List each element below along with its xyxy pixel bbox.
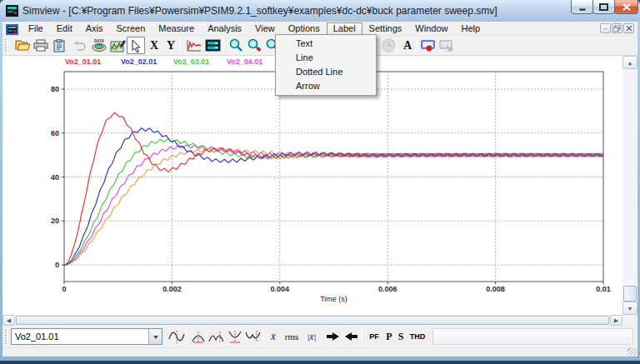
abs-mean-button[interactable]: |x̄| bbox=[302, 328, 321, 345]
app-icon bbox=[6, 5, 18, 17]
series-curve-vo2_05.01[interactable] bbox=[64, 148, 603, 265]
x-axis-tick-label: 0 bbox=[62, 285, 66, 293]
horizontal-scrollbar[interactable]: ◀ ▶ bbox=[2, 315, 622, 326]
resize-grip[interactable] bbox=[628, 348, 637, 356]
menu-item-window[interactable]: Window bbox=[408, 22, 454, 35]
vertical-scroll-thumb[interactable] bbox=[623, 286, 637, 302]
x-axis-tick-label: 0.01 bbox=[596, 285, 611, 293]
select-cursor-icon[interactable] bbox=[127, 37, 145, 54]
menu-item-help[interactable]: Help bbox=[454, 22, 487, 35]
y-axis-tick-label: 40 bbox=[51, 173, 59, 182]
waveform-view-icon[interactable] bbox=[184, 37, 202, 54]
y-axis-button[interactable]: Y bbox=[162, 37, 179, 54]
scrollbar-corner bbox=[622, 315, 638, 326]
scroll-right-icon[interactable]: ▶ bbox=[610, 315, 622, 326]
x-axis-title: Time (s) bbox=[320, 295, 348, 303]
toolbar-separator bbox=[180, 38, 181, 52]
series-curve-vo2_03.01[interactable] bbox=[64, 139, 603, 265]
toolbar-separator bbox=[262, 330, 263, 344]
scroll-up-icon[interactable]: ▲ bbox=[622, 56, 638, 69]
next-min-icon[interactable] bbox=[244, 328, 262, 345]
menu-option-line[interactable]: Line bbox=[276, 51, 376, 65]
menu-item-label[interactable]: Label bbox=[327, 22, 362, 35]
menu-option-arrow[interactable]: Arrow bbox=[276, 79, 376, 93]
horizontal-scroll-thumb[interactable] bbox=[16, 316, 609, 325]
series-curve-vo2_01.01[interactable] bbox=[64, 112, 603, 265]
open-icon[interactable] bbox=[13, 37, 32, 54]
menu-item-screen[interactable]: Screen bbox=[109, 22, 152, 35]
curve-selector[interactable]: Vo2_01.01 bbox=[11, 328, 162, 345]
simview-window: Simview - [C:¥Program Files¥Powersim¥PSI… bbox=[0, 0, 640, 364]
next-max-icon[interactable] bbox=[208, 328, 226, 345]
rms-button[interactable]: rms bbox=[281, 328, 302, 345]
add-text-icon[interactable]: A bbox=[399, 37, 416, 54]
toolbar-separator bbox=[186, 330, 187, 344]
vertical-scrollbar[interactable]: ▲ ▼ bbox=[622, 56, 638, 315]
data-icon[interactable]: DATA bbox=[90, 37, 108, 54]
edit-waveform-icon[interactable] bbox=[108, 37, 127, 54]
y-axis-tick-label: 60 bbox=[51, 129, 59, 137]
print-icon[interactable] bbox=[32, 37, 50, 54]
series-curve-vo2_04.01[interactable] bbox=[64, 145, 603, 265]
x-axis-tick-label: 0.008 bbox=[486, 285, 505, 293]
mdi-restore-button[interactable] bbox=[612, 23, 622, 33]
x-axis-button[interactable]: X bbox=[146, 37, 162, 54]
window-controls bbox=[572, 0, 638, 14]
menu-item-analysis[interactable]: Analysis bbox=[201, 22, 248, 35]
y-axis-tick-label: 20 bbox=[51, 217, 59, 225]
menu-item-options[interactable]: Options bbox=[282, 22, 327, 35]
cursor-left-icon[interactable] bbox=[342, 328, 359, 345]
scroll-left-icon[interactable]: ◀ bbox=[2, 315, 15, 326]
combo-dropdown-icon[interactable] bbox=[148, 329, 162, 344]
curve-selector-value: Vo2_01.01 bbox=[12, 332, 148, 342]
mdi-minimize-button[interactable]: – bbox=[600, 23, 611, 33]
real-power-button[interactable]: P bbox=[383, 328, 395, 345]
paste-icon[interactable] bbox=[50, 37, 68, 54]
thd-button[interactable]: THD bbox=[407, 328, 428, 345]
mdi-window-controls: – bbox=[600, 23, 634, 33]
global-max-icon[interactable] bbox=[189, 328, 208, 345]
x-axis-tick-label: 0.004 bbox=[271, 285, 290, 293]
scroll-down-icon[interactable]: ▼ bbox=[622, 302, 638, 315]
apparent-power-button[interactable]: S bbox=[395, 328, 407, 345]
menu-item-settings[interactable]: Settings bbox=[362, 22, 409, 35]
toolbar-grip[interactable] bbox=[5, 330, 8, 343]
wave-cursor-icon[interactable] bbox=[168, 328, 186, 345]
menu-item-file[interactable]: File bbox=[22, 22, 50, 35]
menu-item-axis[interactable]: Axis bbox=[79, 22, 110, 35]
mdi-close-button[interactable] bbox=[623, 23, 634, 33]
toolbar-separator bbox=[222, 38, 223, 52]
menu-option-dotted-line[interactable]: Dotted Line bbox=[276, 65, 376, 79]
close-button[interactable] bbox=[614, 0, 638, 14]
maximize-button[interactable] bbox=[592, 0, 615, 14]
y-axis-tick-label: 80 bbox=[51, 85, 59, 93]
global-min-icon[interactable] bbox=[226, 328, 244, 345]
toolbar-grip[interactable] bbox=[5, 39, 8, 52]
menu-item-edit[interactable]: Edit bbox=[50, 22, 79, 35]
window-title: Simview - [C:¥Program Files¥Powersim¥PSI… bbox=[22, 5, 498, 17]
menu-item-view[interactable]: View bbox=[248, 22, 282, 35]
x-axis-tick-label: 0.002 bbox=[162, 285, 182, 293]
zoom-icon[interactable] bbox=[227, 37, 245, 54]
menu-option-text[interactable]: Text bbox=[276, 37, 376, 51]
series-curve-vo2_02.01[interactable] bbox=[64, 128, 603, 265]
window-bottom-border bbox=[0, 361, 640, 364]
toolbar-separator bbox=[362, 330, 362, 344]
menu-item-measure[interactable]: Measure bbox=[152, 22, 201, 35]
measure-export-icon bbox=[438, 37, 456, 54]
measure-snapshot-icon[interactable] bbox=[419, 37, 438, 54]
status-bar bbox=[2, 347, 638, 357]
screen-display-icon[interactable] bbox=[203, 37, 222, 54]
toolbar-separator bbox=[86, 38, 87, 52]
menubar-items: FileEditAxisScreenMeasureAnalysisViewOpt… bbox=[22, 22, 487, 35]
power-factor-button[interactable]: PF bbox=[365, 328, 383, 345]
svg-text:DATA: DATA bbox=[94, 39, 105, 43]
cursor-right-icon[interactable] bbox=[324, 328, 341, 345]
mean-button[interactable]: x̄ bbox=[266, 328, 281, 345]
y-axis-tick-label: 0 bbox=[55, 261, 59, 269]
minimize-button[interactable] bbox=[571, 0, 593, 14]
zoom-in-icon[interactable] bbox=[245, 37, 263, 54]
document-icon[interactable] bbox=[6, 23, 18, 34]
titlebar[interactable]: Simview - [C:¥Program Files¥Powersim¥PSI… bbox=[0, 0, 640, 22]
toolbar-separator bbox=[416, 38, 417, 52]
